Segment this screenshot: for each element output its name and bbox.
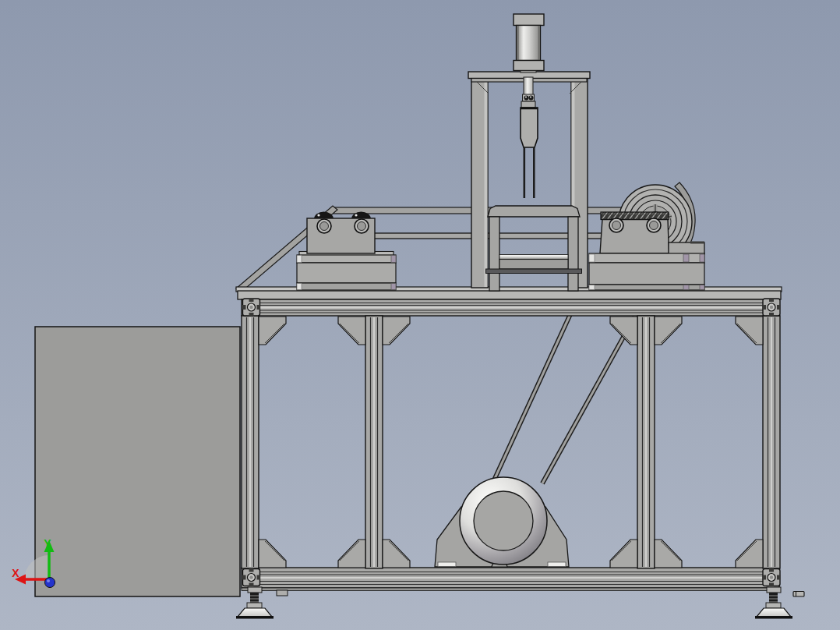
loose-part[interactable] — [793, 592, 804, 597]
loose-part-body — [793, 592, 804, 597]
x-axis-label: X — [12, 567, 19, 579]
pedestal-slot-right — [548, 562, 566, 567]
ram-prong — [533, 147, 535, 198]
cap-glint — [355, 214, 357, 216]
mounting-plates-right — [589, 253, 704, 290]
pedestal-slot-left — [438, 562, 456, 567]
viewport-canvas: Y X — [0, 0, 840, 630]
cylinder-barrel — [517, 26, 541, 61]
motor-face — [474, 491, 533, 550]
frame-post-left — [242, 316, 259, 568]
cylinder-neck — [521, 71, 536, 73]
frame-connector-tab — [277, 590, 288, 596]
y-axis-label: Y — [44, 537, 51, 550]
pneumatic-cylinder[interactable] — [514, 14, 544, 73]
bottom-beam — [242, 568, 779, 591]
coupling-pin — [529, 96, 534, 101]
frame-post-mid-left — [365, 316, 383, 568]
tie-rod — [517, 26, 519, 60]
fixture-base-strip — [486, 269, 582, 274]
fixture-guide-rod — [499, 255, 568, 260]
cylinder-top-cap — [514, 14, 544, 26]
fixture-mid-bar — [499, 260, 568, 270]
ram-tool — [521, 108, 538, 147]
knurled-strip — [601, 212, 669, 220]
z-axis-glint — [47, 579, 50, 582]
bearing-inner — [358, 222, 366, 231]
extrusion-end-cap — [242, 299, 260, 317]
cap-glint — [317, 214, 319, 216]
extrusion-end-cap — [242, 568, 260, 586]
step-block-lip — [690, 242, 704, 244]
top-beam — [242, 299, 779, 316]
frame-post-right — [763, 316, 780, 568]
cylinder-flange — [514, 61, 544, 71]
coupling-glint — [525, 97, 527, 98]
piston-rod — [524, 77, 533, 95]
fixture-top-bar — [488, 206, 580, 217]
fixture-leg-right — [568, 217, 578, 291]
cad-viewport[interactable]: Y X — [0, 0, 840, 630]
fixture-leg-left — [489, 217, 499, 291]
ram-prong — [524, 147, 526, 198]
tie-rod — [538, 26, 540, 60]
coupling-pin — [524, 96, 529, 101]
coupling-glint — [530, 97, 531, 98]
side-panel[interactable] — [35, 327, 240, 596]
mounting-plates-left — [297, 252, 396, 291]
step-block — [669, 242, 704, 254]
z-axis-indicator — [45, 578, 55, 588]
rod-adapter — [521, 101, 535, 108]
bearing-inner — [320, 222, 329, 231]
bearing-inner — [612, 221, 621, 230]
extrusion-end-cap — [763, 299, 781, 317]
column-highlight — [485, 80, 488, 287]
tabletop-plate — [238, 291, 781, 299]
extrusion-end-cap — [763, 568, 781, 586]
frame-post-mid-right — [637, 316, 655, 568]
bearing-inner — [650, 221, 658, 230]
